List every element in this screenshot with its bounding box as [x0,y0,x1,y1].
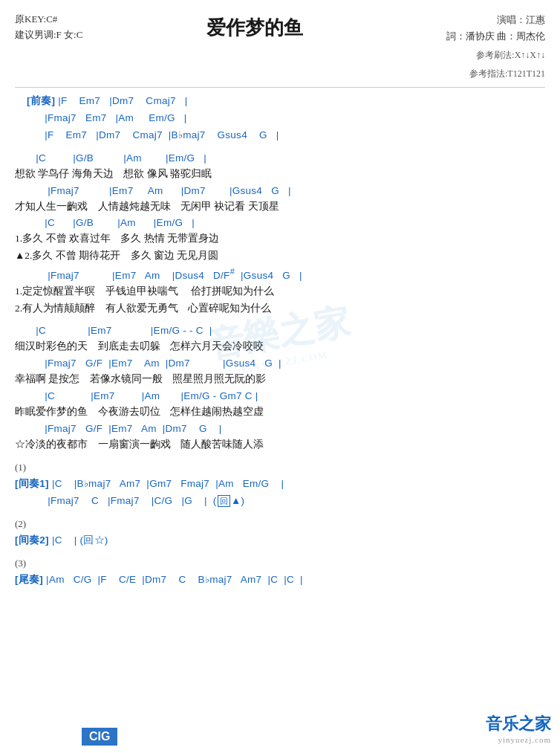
paren1-label: (1) [15,460,545,475]
key-suggest: 建议男调:F 女:C [15,28,82,43]
v1-lyric5: 1.定定惊醒置半暝 乎钱迫甲袂喘气 佮打拼呢知为什么 [15,284,545,300]
ch-lyric2: 幸福啊 是按怎 若像水镜同一般 照星照月照无阮的影 [15,372,545,387]
paren2-label: (2) [15,517,545,531]
ref-pick: 参考指法:T121T121 [426,66,545,81]
i1-chord2: |Fmaj7 C |Fmaj7 |C/G |G | (回▲) [15,494,545,509]
v1-chord4: |Fmaj7 |Em7 Am |Dsus4 D/F# |Gsus4 G | [15,265,545,283]
interlude1-block: [间奏1] |C |B♭maj7 Am7 |Gm7 Fmaj7 |Am Em/G… [15,476,545,509]
outro-block: [尾奏] |Am C/G |F C/E |Dm7 C B♭maj7 Am7 |C… [15,572,545,588]
cig-badge: CIG [82,728,117,746]
prelude-block: [前奏] |F Em7 |Dm7 Cmaj7 | |Fmaj7 Em7 |Am … [15,94,545,143]
v1-lyric4: ▲2.多久 不曾 期待花开 多久 窗边 无见月圆 [15,248,545,264]
ch-lyric4: ☆冷淡的夜都市 一扇窗演一齣戏 随人酸苦味随人添 [15,437,545,453]
prelude-line2: |Fmaj7 Em7 |Am Em/G | [15,111,545,126]
lyricist-line: 詞：潘协庆 曲：周杰伦 [426,28,545,45]
paren3-label: (3) [15,556,545,571]
prelude-line1: [前奏] |F Em7 |Dm7 Cmaj7 | [15,94,545,109]
interlude1-label: [间奏1] [15,478,49,489]
ch-lyric1: 细汉时彩色的天 到底走去叨躲 怎样六月天会冷咬咬 [15,339,545,355]
ref-strum: 参考刷法:X↑↓X↑↓ [426,48,545,62]
v1-lyric2: 才知人生一齣戏 人情越炖越无味 无闲甲 袂记看 天顶星 [15,199,545,215]
interlude2-block: [间奏2] |C | (回☆) [15,533,545,549]
logo-area: 音乐之家 yinyuezj.com [486,713,551,744]
v1-lyric6: 2.有人为情颠颠醉 有人欲爱无勇气 心置碎呢知为什么 [15,301,545,317]
song-title: 爱作梦的鱼 [82,15,426,41]
verse1-block: |C |G/B |Am |Em/G | 想欲 学鸟仔 海角天边 想欲 像风 骆驼… [15,151,545,317]
chorus-block: |C |Em7 |Em/G - - C | 细汉时彩色的天 到底走去叨躲 怎样六… [15,323,545,452]
ch-chord2: |Fmaj7 G/F |Em7 Am |Dm7 |Gsus4 G | [15,356,545,372]
right-info: 演唱：江惠 詞：潘协庆 曲：周杰伦 参考刷法:X↑↓X↑↓ 参考指法:T121T… [426,12,545,81]
key-info: 原KEY:C# 建议男调:F 女:C [15,12,82,43]
repeat-box: 回 [218,495,230,507]
v1-chord1: |C |G/B |Am |Em/G | [15,151,545,167]
interlude2-label: [间奏2] [15,534,49,546]
ch-chord1: |C |Em7 |Em/G - - C | [15,323,545,339]
v1-chord3: |C |G/B |Am |Em/G | [15,216,545,231]
singer-line: 演唱：江惠 [426,12,545,28]
score-body: [前奏] |F Em7 |Dm7 Cmaj7 | |Fmaj7 Em7 |Am … [15,94,545,588]
prelude-line3: |F Em7 |Dm7 Cmaj7 |B♭maj7 Gsus4 G | [15,128,545,143]
logo-main: 音乐之家 [486,713,551,735]
outro-label: [尾奏] [15,574,43,585]
key-original: 原KEY:C# [15,12,82,28]
ch-lyric3: 昨眠爱作梦的鱼 今夜游去叨位 怎样住越闹热越空虚 [15,404,545,420]
v1-lyric3: 1.多久 不曾 欢喜过年 多久 热情 无带置身边 [15,231,545,247]
ch-chord3: |C |Em7 |Am |Em/G - Gm7 C | [15,389,545,404]
page: 音樂之家 YINYUEZJ.COM 原KEY:C# 建议男调:F 女:C 爱作梦… [0,0,560,753]
i1-chord1: [间奏1] |C |B♭maj7 Am7 |Gm7 Fmaj7 |Am Em/G… [15,476,545,492]
prelude-label: [前奏] [27,95,55,106]
divider [15,87,545,88]
ch-chord4: |Fmaj7 G/F |Em7 Am |Dm7 G | [15,421,545,437]
i2-chord1: [间奏2] |C | (回☆) [15,533,545,549]
outro-chord1: [尾奏] |Am C/G |F C/E |Dm7 C B♭maj7 Am7 |C… [15,572,545,588]
v1-chord2: |Fmaj7 |Em7 Am |Dm7 |Gsus4 G | [15,184,545,199]
header-area: 原KEY:C# 建议男调:F 女:C 爱作梦的鱼 演唱：江惠 詞：潘协庆 曲：周… [15,12,545,81]
v1-lyric1: 想欲 学鸟仔 海角天边 想欲 像风 骆驼归眠 [15,167,545,182]
logo-sub: yinyuezj.com [498,735,551,744]
